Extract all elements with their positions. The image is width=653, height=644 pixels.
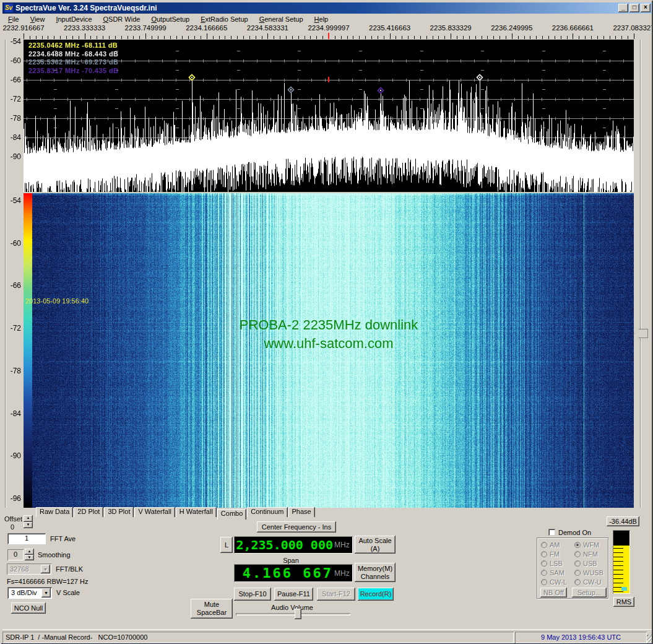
- demod-on-label: Demod On: [558, 529, 591, 536]
- mute-key: SpaceBar: [197, 609, 227, 617]
- record-button[interactable]: Record(R): [358, 588, 394, 601]
- freq-axis-label: 2233.333333: [60, 24, 110, 32]
- radio-wfm[interactable]: [574, 542, 581, 548]
- pause-button[interactable]: Pause-F11: [274, 588, 313, 601]
- radio-label-am: AM: [550, 541, 560, 549]
- tab-2d-plot[interactable]: 2D Plot: [74, 507, 103, 517]
- noise-blanker-button[interactable]: NB Off: [540, 588, 567, 598]
- menu-item-qsdr-wide[interactable]: QSDR Wide: [98, 14, 146, 24]
- lock-button[interactable]: L: [220, 537, 233, 553]
- title-bar[interactable]: Sv SpectraVue Ver. 3.24 SpectraVueqsdr.i…: [2, 2, 652, 14]
- radio-usb[interactable]: [574, 560, 581, 567]
- radio-wusb[interactable]: [574, 570, 581, 576]
- marker-readout: 2235.5362 MHz -69.273 dB: [28, 58, 118, 67]
- tab-phase[interactable]: Phase: [288, 507, 315, 517]
- radio-fm[interactable]: [541, 551, 547, 557]
- tab-v-waterfall[interactable]: V Waterfall: [134, 507, 175, 517]
- radio-nfm[interactable]: [574, 551, 581, 557]
- tab-continuum[interactable]: Continuum: [247, 507, 287, 517]
- waterfall-db-label: -72: [4, 324, 21, 333]
- right-slider-track[interactable]: [640, 40, 641, 508]
- waterfall-db-label: -84: [4, 409, 21, 418]
- radio-label-wusb: WUSB: [583, 569, 603, 577]
- tab-combo[interactable]: Combo: [217, 509, 246, 520]
- meter-peak-mark: [621, 587, 627, 591]
- status-device-text: SDR-IP 1 / -Manual Record- NCO=10700000: [2, 632, 514, 643]
- left-splitter: [5, 40, 6, 508]
- offset-spinner-up-icon[interactable]: ▲: [24, 515, 33, 522]
- fft-blk-dropdown-icon[interactable]: ▼: [41, 565, 50, 573]
- demod-on-checkbox[interactable]: [548, 529, 555, 536]
- radio-lsb[interactable]: [541, 560, 547, 567]
- offset-spinner-down-icon[interactable]: ▼: [24, 522, 33, 529]
- audio-volume-track[interactable]: [236, 613, 350, 616]
- spectrum-db-label: -72: [4, 95, 21, 103]
- menu-item-help[interactable]: Help: [309, 14, 334, 24]
- spectrum-db-label: -78: [4, 114, 21, 123]
- span-display[interactable]: 4.166 667 MHz: [234, 564, 353, 582]
- spectravue-window: Sv SpectraVue Ver. 3.24 SpectraVueqsdr.i…: [0, 0, 653, 644]
- memory-channels-button[interactable]: Memory(M) Channels: [355, 563, 396, 582]
- waterfall-position-slider[interactable]: [634, 329, 648, 338]
- menu-bar: FileViewInputDeviceQSDR WideOutputSetupE…: [2, 14, 652, 24]
- demod-setup-button[interactable]: Setup...: [572, 588, 607, 598]
- radio-cw-u[interactable]: [574, 579, 581, 585]
- stop-button[interactable]: Stop-F10: [234, 588, 271, 601]
- resize-grip[interactable]: [647, 635, 653, 642]
- v-scale-select[interactable]: 3 dB/Div ▼: [7, 587, 52, 599]
- center-frequency-display[interactable]: 2,235.000 000 MHz: [234, 536, 353, 554]
- fft-blk-value: 32768: [10, 565, 29, 573]
- minimize-icon[interactable]: _: [618, 4, 628, 12]
- rms-button[interactable]: RMS: [613, 597, 634, 607]
- radio-am[interactable]: [541, 542, 547, 548]
- menu-item-file[interactable]: File: [2, 14, 25, 24]
- menu-item-extradio-setup[interactable]: ExtRadio Setup: [195, 14, 253, 24]
- fft-ave-label: FFT Ave: [50, 535, 76, 542]
- radio-sam[interactable]: [541, 570, 547, 576]
- close-icon[interactable]: ×: [641, 4, 651, 12]
- nco-null-button[interactable]: NCO Null: [11, 603, 46, 614]
- freq-axis-label: 2234.166665: [182, 24, 231, 32]
- center-frequency-unit: MHz: [333, 541, 353, 549]
- smoothing-spinner-up-icon[interactable]: ▲: [25, 549, 34, 555]
- fft-blk-select[interactable]: 32768 ▼: [7, 564, 51, 575]
- status-bar: SDR-IP 1 / -Manual Record- NCO=10700000 …: [2, 629, 653, 643]
- menu-item-general-setup[interactable]: General Setup: [254, 14, 309, 24]
- mute-label: Mute: [204, 601, 219, 609]
- center-frequency-button[interactable]: Center Frequency - Ins: [257, 521, 336, 533]
- start-button[interactable]: Start-F12: [317, 588, 355, 601]
- spectrum-db-label: -84: [4, 133, 21, 142]
- radio-cw-l[interactable]: [541, 579, 547, 585]
- audio-volume-label: Audio Volume: [261, 604, 323, 611]
- audio-volume-thumb[interactable]: [295, 609, 301, 619]
- radio-label-cw-l: CW-L: [550, 578, 567, 586]
- smoothing-spinner[interactable]: ▲ ▼: [25, 549, 34, 560]
- display-tabs: Raw Data2D Plot3D PlotV WaterfallH Water…: [36, 507, 316, 520]
- memory-label: Memory(M): [358, 565, 392, 573]
- spectrum-db-label: -54: [4, 37, 21, 46]
- v-scale-dropdown-icon[interactable]: ▼: [41, 588, 51, 598]
- app-icon: Sv: [4, 4, 13, 12]
- maximize-icon[interactable]: □: [629, 4, 639, 12]
- waterfall-overlay-line1: PROBA-2 2235MHz downlink: [24, 317, 634, 333]
- auto-scale-button[interactable]: Auto Scale (A): [355, 536, 396, 554]
- menu-item-outputsetup[interactable]: OutputSetup: [145, 14, 195, 24]
- waterfall-db-label: -54: [4, 196, 21, 205]
- menu-item-view[interactable]: View: [25, 14, 51, 24]
- signal-level-readout: -36.44dB: [607, 516, 639, 526]
- marker-readout: 2235.0462 MHz -68.111 dB: [28, 41, 118, 50]
- fft-ave-input[interactable]: 1: [7, 533, 46, 544]
- spectrum-db-label: -90: [4, 152, 21, 161]
- status-clock: 9 May 2013 19:56:43 UTC: [515, 632, 647, 643]
- v-scale-value: 3 dB/Div: [11, 589, 37, 596]
- offset-spinner[interactable]: ▲ ▼: [24, 515, 33, 528]
- radio-label-lsb: LSB: [550, 560, 563, 567]
- menu-item-inputdevice[interactable]: InputDevice: [50, 14, 97, 24]
- mute-button[interactable]: Mute SpaceBar: [191, 599, 233, 619]
- smoothing-spinner-down-icon[interactable]: ▼: [25, 555, 34, 561]
- tab-raw-data[interactable]: Raw Data: [36, 507, 73, 517]
- tab-h-waterfall[interactable]: H Waterfall: [176, 507, 217, 517]
- tab-3d-plot[interactable]: 3D Plot: [104, 507, 134, 517]
- radio-label-fm: FM: [550, 550, 560, 558]
- smoothing-input[interactable]: 0: [7, 549, 24, 560]
